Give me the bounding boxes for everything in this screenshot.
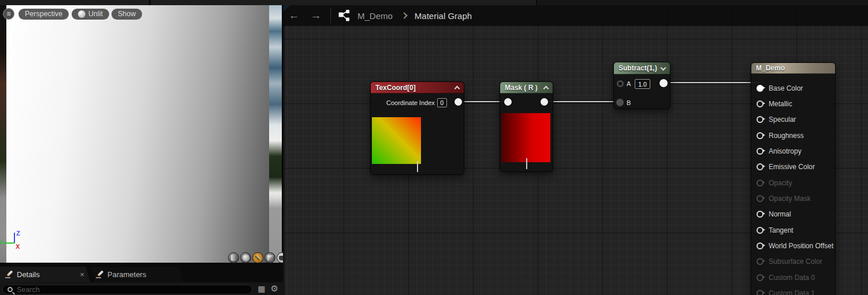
node-texcoord[interactable]: TexCoord[0] Coordinate Index 0 xyxy=(370,81,464,175)
back-arrow-button[interactable]: ← xyxy=(283,5,305,26)
preview-shape-button[interactable] xyxy=(252,252,263,263)
pin-icon[interactable] xyxy=(757,290,763,295)
shape-icon xyxy=(267,255,273,261)
y-axis-line xyxy=(3,242,14,244)
output-pin-row[interactable]: Normal xyxy=(757,207,835,222)
material-graph-canvas[interactable]: TexCoord[0] Coordinate Index 0 Mask ( R … xyxy=(283,5,868,295)
collapse-chevron-icon[interactable] xyxy=(455,86,460,92)
search-input[interactable] xyxy=(17,286,247,294)
pin-icon[interactable] xyxy=(757,242,763,249)
wire-mask-to-subtract-b[interactable] xyxy=(544,101,619,102)
preview-shape-button[interactable] xyxy=(228,252,239,263)
details-toolbar-icons: ▦ ⚙ xyxy=(258,283,278,294)
output-pin-row[interactable]: Emissive Color xyxy=(757,159,835,175)
output-pin-row[interactable]: Tangent xyxy=(757,222,835,238)
tab-details[interactable]: Details × xyxy=(0,267,90,282)
output-pin-row[interactable]: Subsurface Color xyxy=(757,254,835,270)
texcoord-output-pin[interactable] xyxy=(455,98,462,106)
pin-label: Subsurface Color xyxy=(769,257,822,266)
node-subtract[interactable]: Subtract(1,) A 1.0 B xyxy=(613,62,670,109)
output-pin-row[interactable]: Specular xyxy=(757,112,835,128)
wire-subtract-to-basecolor[interactable] xyxy=(663,82,760,83)
preview-expand-chevron-icon[interactable] xyxy=(417,161,418,171)
tab-parameters[interactable]: Parameters xyxy=(91,267,183,282)
close-icon[interactable]: × xyxy=(80,271,84,278)
toolbar-divider xyxy=(330,8,331,23)
preview-shape-button[interactable] xyxy=(265,252,275,263)
output-pin-row[interactable]: Opacity Mask xyxy=(757,191,835,206)
pin-icon[interactable] xyxy=(757,163,763,170)
pin-label: Emissive Color xyxy=(769,163,815,171)
output-pin-row[interactable]: Custom Data 0 xyxy=(757,270,835,285)
pin-icon[interactable] xyxy=(757,227,763,234)
mask-preview-swatch xyxy=(501,113,550,162)
tab-divider-notch xyxy=(149,0,151,5)
subtract-input-b-pin[interactable] xyxy=(616,99,624,106)
pin-label: Normal xyxy=(769,210,791,218)
expand-chevron-icon[interactable] xyxy=(661,65,666,70)
search-box[interactable] xyxy=(2,285,252,294)
parameters-pencil-icon xyxy=(96,271,103,278)
subtract-input-a-pin[interactable] xyxy=(617,80,624,87)
viewport-menu-button[interactable]: ≡ xyxy=(3,8,14,20)
pin-label: Custom Data 1 xyxy=(769,289,815,295)
subtract-a-value[interactable]: 1.0 xyxy=(635,79,650,89)
preview-viewport[interactable]: ≡ Perspective Unlit Show Z X Y xyxy=(0,5,283,266)
pin-icon[interactable] xyxy=(757,100,763,107)
output-pin-list: Base Color Metallic Specular Rou xyxy=(751,74,835,295)
forward-arrow-button[interactable]: → xyxy=(305,5,327,26)
pin-label: Base Color xyxy=(769,84,803,92)
pin-icon[interactable] xyxy=(757,274,763,281)
pin-label: Custom Data 0 xyxy=(769,274,815,282)
output-pin-row[interactable]: Custom Data 1 xyxy=(757,285,835,295)
pin-label: Specular xyxy=(769,115,796,124)
subtract-a-label: A xyxy=(627,80,631,87)
mask-input-pin[interactable] xyxy=(504,98,512,106)
preview-shape-button[interactable] xyxy=(240,252,251,263)
subtract-header[interactable]: Subtract(1,) xyxy=(614,62,670,74)
show-button[interactable]: Show xyxy=(111,9,142,20)
pin-icon[interactable] xyxy=(757,211,763,218)
texcoord-preview-swatch xyxy=(372,117,421,164)
output-pin-row[interactable]: World Position Offset xyxy=(757,238,835,253)
output-pin-row[interactable]: Anisotropy xyxy=(757,143,835,159)
breadcrumb-root[interactable]: M_Demo xyxy=(357,11,393,21)
material-output-title: M_Demo xyxy=(756,64,785,72)
pin-icon[interactable] xyxy=(757,116,763,123)
collapse-chevron-icon[interactable] xyxy=(543,86,549,92)
texcoord-header[interactable]: TexCoord[0] xyxy=(371,82,464,94)
display-filter-icon[interactable]: ▦ xyxy=(258,283,265,294)
pin-icon[interactable] xyxy=(757,132,763,139)
mask-output-pin[interactable] xyxy=(541,98,548,106)
viewport-background-right xyxy=(269,5,282,266)
pin-icon[interactable] xyxy=(757,85,763,92)
material-output-header[interactable]: M_Demo xyxy=(751,63,835,74)
mask-header[interactable]: Mask ( R ) xyxy=(500,82,553,94)
pin-icon[interactable] xyxy=(757,148,763,155)
pin-icon[interactable] xyxy=(757,258,763,265)
subtract-output-pin[interactable] xyxy=(660,79,668,87)
node-mask[interactable]: Mask ( R ) xyxy=(500,81,553,172)
details-search-row: ▦ ⚙ xyxy=(0,282,283,295)
output-pin-row[interactable]: Opacity xyxy=(757,175,835,191)
output-pin-row[interactable]: Roughness xyxy=(757,128,835,143)
settings-gear-icon[interactable]: ⚙ xyxy=(271,283,278,294)
pin-icon[interactable] xyxy=(757,180,763,186)
perspective-button[interactable]: Perspective xyxy=(18,9,69,20)
z-axis-line xyxy=(14,233,15,243)
details-panel: Details × Parameters ▦ ⚙ xyxy=(0,266,283,295)
preview-shape-button[interactable] xyxy=(277,252,283,263)
output-pin-row[interactable]: Base Color xyxy=(757,80,835,96)
output-pin-row[interactable]: Metallic xyxy=(757,96,835,111)
unlit-button[interactable]: Unlit xyxy=(72,9,109,20)
perspective-label: Perspective xyxy=(25,9,62,20)
material-graph-icon xyxy=(338,9,351,22)
pin-label: Anisotropy xyxy=(769,147,802,155)
graph-left-edge xyxy=(283,5,285,295)
mask-title: Mask ( R ) xyxy=(505,84,538,92)
pin-icon[interactable] xyxy=(757,195,763,202)
coordinate-index-value[interactable]: 0 xyxy=(437,98,447,107)
node-material-output[interactable]: M_Demo Base Color Metallic xyxy=(751,62,836,295)
preview-expand-chevron-icon[interactable] xyxy=(526,158,527,169)
shape-icon xyxy=(243,255,249,262)
